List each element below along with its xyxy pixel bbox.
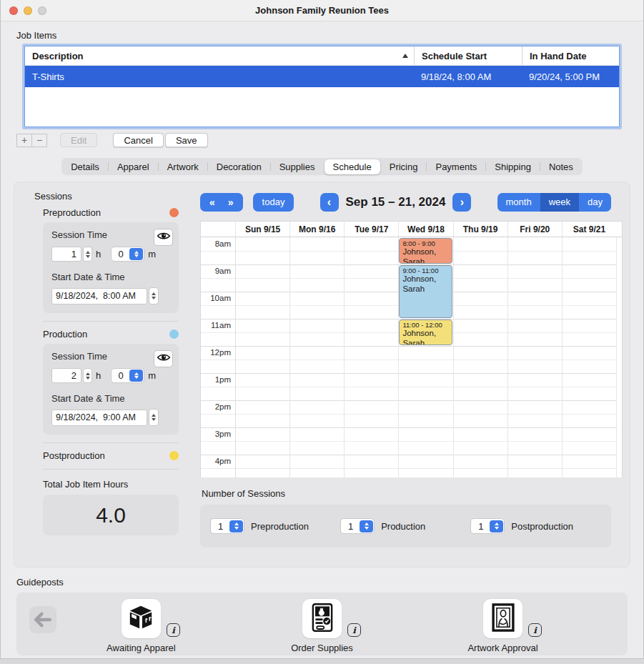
show-session-button[interactable] bbox=[154, 350, 173, 367]
job-items-toolbar: + − Edit Cancel Save bbox=[16, 133, 643, 147]
guideposts-back-button[interactable] bbox=[29, 606, 56, 633]
session-count-stepper[interactable] bbox=[490, 520, 503, 532]
guideposts-box: iAwaiting AppareliOrder SuppliesiArtwork… bbox=[16, 593, 628, 655]
hours-stepper[interactable] bbox=[83, 247, 92, 262]
hours-stepper[interactable] bbox=[83, 368, 92, 383]
guidepost-button-artwork-approval[interactable]: i bbox=[483, 599, 522, 638]
session-count-label: Production bbox=[381, 521, 425, 532]
tab-apparel[interactable]: Apparel bbox=[109, 159, 158, 174]
prev-week-button[interactable]: ‹ bbox=[320, 193, 339, 212]
day-header-fri-9-20: Fri 9/20 bbox=[507, 222, 562, 237]
skip-forward-button[interactable]: » bbox=[222, 194, 240, 211]
tab-artwork[interactable]: Artwork bbox=[159, 159, 207, 174]
show-session-button[interactable] bbox=[154, 229, 173, 246]
event-title: Johnson, Sarah bbox=[402, 247, 434, 264]
view-switcher: monthweekday bbox=[497, 193, 611, 212]
tab-decoration[interactable]: Decoration bbox=[208, 159, 270, 174]
column-header-description[interactable]: Description bbox=[25, 46, 414, 65]
cancel-button[interactable]: Cancel bbox=[113, 133, 163, 147]
tab-details[interactable]: Details bbox=[62, 159, 108, 174]
session-count-input-preproduction[interactable]: 1 bbox=[210, 518, 244, 534]
job-items-table-body: T-Shirts9/18/24, 8:00 AM9/20/24, 5:00 PM bbox=[25, 66, 619, 87]
job-items-label: Job Items bbox=[16, 30, 643, 41]
info-icon[interactable]: i bbox=[347, 623, 361, 637]
day-header-thu-9-19: Thu 9/19 bbox=[453, 222, 507, 237]
grid-line bbox=[201, 427, 616, 428]
hours-input[interactable]: 2 bbox=[51, 368, 81, 383]
hours-unit-label: h bbox=[96, 249, 101, 259]
view-day-button[interactable]: day bbox=[579, 193, 611, 212]
cell-schedule-start: 9/18/24, 8:00 AM bbox=[414, 71, 522, 82]
session-color-dot bbox=[169, 208, 179, 217]
session-count-input-production[interactable]: 1 bbox=[340, 518, 375, 534]
minutes-unit-label: m bbox=[148, 370, 156, 381]
session-count-group-production: 1Production bbox=[340, 518, 470, 534]
zoom-window-button[interactable] bbox=[38, 6, 46, 15]
tab-supplies[interactable]: Supplies bbox=[271, 159, 324, 174]
guideposts-label: Guideposts bbox=[16, 577, 643, 588]
guidepost-button-order-supplies[interactable]: i bbox=[302, 599, 342, 638]
column-line bbox=[344, 237, 345, 477]
time-label: 12pm bbox=[201, 348, 231, 357]
edit-button[interactable]: Edit bbox=[60, 133, 97, 147]
tab-payments[interactable]: Payments bbox=[427, 159, 485, 174]
section-separator bbox=[43, 469, 179, 470]
calendar-event[interactable]: 8:00 - 9:00Johnson, Sarah bbox=[399, 238, 452, 264]
info-icon[interactable]: i bbox=[167, 623, 180, 637]
day-header-wed-9-18: Wed 9/18 bbox=[398, 222, 452, 237]
job-items-table-header: Description Schedule Start In Hand Date bbox=[25, 46, 619, 66]
time-label: 9am bbox=[201, 267, 231, 275]
session-color-dot bbox=[169, 329, 179, 339]
calendar-event[interactable]: 11:00 - 12:00Johnson, Sarah bbox=[399, 319, 452, 345]
session-time-row: 1h0m bbox=[51, 247, 170, 262]
table-row[interactable]: T-Shirts9/18/24, 8:00 AM9/20/24, 5:00 PM bbox=[25, 66, 619, 87]
start-date-stepper[interactable] bbox=[149, 409, 159, 426]
minutes-value: 0 bbox=[112, 370, 129, 381]
day-header-sat-9-21: Sat 9/21 bbox=[562, 222, 616, 237]
column-header-schedule-start[interactable]: Schedule Start bbox=[414, 46, 522, 65]
add-job-item-button[interactable]: + bbox=[16, 134, 32, 147]
gutter-line bbox=[235, 237, 236, 477]
session-count-value: 1 bbox=[342, 521, 360, 532]
calendar-toolbar: « » today ‹ Sep 15 – 21, 2024 › monthwee… bbox=[200, 192, 623, 212]
tab-pricing[interactable]: Pricing bbox=[381, 159, 427, 174]
session-count-input-postproduction[interactable]: 1 bbox=[470, 518, 505, 534]
time-label: 11am bbox=[201, 321, 231, 329]
guidepost-button-awaiting-apparel[interactable]: i bbox=[122, 599, 161, 638]
remove-job-item-button[interactable]: − bbox=[31, 134, 47, 147]
calendar-grid-body[interactable]: 8am9am10am11am12pm1pm2pm3pm4pm8:00 - 9:0… bbox=[201, 237, 622, 477]
today-button[interactable]: today bbox=[253, 193, 294, 212]
session-count-stepper[interactable] bbox=[229, 520, 243, 532]
minutes-stepper[interactable] bbox=[129, 370, 143, 382]
session-name: Production bbox=[43, 329, 169, 340]
info-icon[interactable]: i bbox=[528, 623, 542, 637]
grid-line bbox=[201, 455, 616, 455]
hours-input[interactable]: 1 bbox=[51, 247, 81, 262]
minutes-input[interactable]: 0 bbox=[111, 368, 144, 383]
grid-line bbox=[201, 373, 616, 374]
sessions-label: Sessions bbox=[34, 191, 182, 202]
minutes-input[interactable]: 0 bbox=[111, 247, 144, 262]
supplies-flame-icon bbox=[312, 603, 333, 635]
next-week-button[interactable]: › bbox=[452, 193, 471, 212]
start-date-input[interactable]: 9/18/2024, 9:00 AM bbox=[51, 410, 147, 426]
session-count-stepper[interactable] bbox=[360, 520, 373, 532]
tab-schedule[interactable]: Schedule bbox=[325, 159, 380, 174]
tab-notes[interactable]: Notes bbox=[540, 159, 582, 174]
skip-back-button[interactable]: « bbox=[203, 194, 222, 211]
column-header-in-hand-date[interactable]: In Hand Date bbox=[522, 46, 619, 65]
start-date-input[interactable]: 9/18/2024, 8:00 AM bbox=[51, 288, 147, 304]
column-line bbox=[289, 237, 290, 477]
calendar-area: « » today ‹ Sep 15 – 21, 2024 › monthwee… bbox=[200, 188, 623, 557]
view-month-button[interactable]: month bbox=[497, 193, 540, 212]
minutes-stepper[interactable] bbox=[129, 248, 143, 260]
tab-bar: DetailsApparelArtworkDecorationSuppliesS… bbox=[61, 158, 583, 175]
minimize-window-button[interactable] bbox=[24, 6, 32, 15]
close-window-button[interactable] bbox=[9, 6, 18, 15]
calendar-event[interactable]: 9:00 - 11:00Johnson, Sarah bbox=[399, 265, 452, 318]
event-time: 9:00 - 11:00 bbox=[402, 267, 448, 274]
view-week-button[interactable]: week bbox=[540, 193, 579, 212]
save-button[interactable]: Save bbox=[165, 133, 208, 147]
tab-shipping[interactable]: Shipping bbox=[486, 159, 540, 174]
start-date-stepper[interactable] bbox=[149, 287, 159, 304]
